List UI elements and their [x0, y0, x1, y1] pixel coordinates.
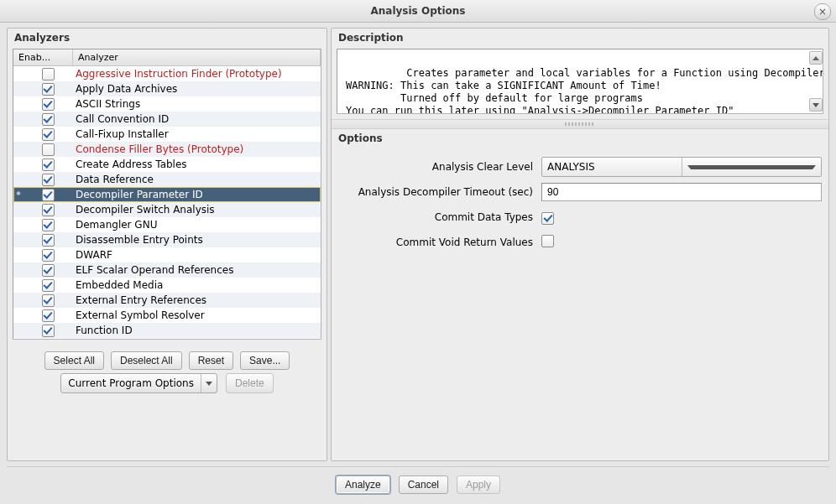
analyzer-enabled-cell: [24, 294, 72, 307]
description-scrollbar[interactable]: [809, 51, 821, 112]
table-row[interactable]: External Symbol Resolver: [13, 308, 321, 323]
analyzer-enabled-cell: [24, 174, 72, 186]
analyzer-name: Disassemble Entry Points: [72, 234, 321, 246]
analyzer-enabled-checkbox[interactable]: [42, 294, 55, 307]
timeout-input[interactable]: [541, 183, 822, 201]
column-enabled[interactable]: Enab...: [13, 49, 73, 65]
select-all-button[interactable]: Select All: [44, 351, 104, 370]
analyzer-enabled-cell: [24, 249, 72, 262]
analyzer-enabled-cell: [24, 234, 72, 247]
analyzer-enabled-checkbox[interactable]: [42, 83, 55, 96]
analyzer-name: Call Convention ID: [72, 113, 321, 125]
timeout-label: Analysis Decompiler Timeout (sec): [338, 186, 541, 198]
analyzer-enabled-checkbox[interactable]: [42, 234, 55, 247]
description-title: Description: [332, 29, 828, 49]
reset-button[interactable]: Reset: [189, 351, 233, 370]
right-panel: Description Creates parameter and local …: [331, 28, 829, 461]
analyzer-enabled-cell: [24, 219, 72, 231]
analyzer-enabled-checkbox[interactable]: [42, 249, 55, 262]
analyzer-enabled-cell: [24, 83, 72, 96]
clear-level-row: Analysis Clear Level ANALYSIS: [338, 154, 822, 179]
analyzer-enabled-cell: [24, 204, 72, 216]
titlebar: Analysis Options ×: [0, 0, 836, 23]
analyzers-table-body[interactable]: Aggressive Instruction Finder (Prototype…: [13, 66, 321, 339]
analyzer-enabled-checkbox[interactable]: [42, 325, 55, 337]
timeout-row: Analysis Decompiler Timeout (sec): [338, 179, 822, 205]
table-row[interactable]: Call Convention ID: [13, 112, 321, 127]
table-row[interactable]: Data Reference: [13, 172, 321, 187]
cancel-button[interactable]: Cancel: [399, 475, 448, 494]
table-row[interactable]: Function ID: [13, 323, 321, 338]
analyzer-enabled-checkbox[interactable]: [42, 309, 55, 322]
analyzer-enabled-checkbox[interactable]: [42, 158, 55, 171]
analyzer-options-row: Current Program Options Delete: [8, 373, 327, 393]
analyzer-name: ELF Scalar Operand References: [72, 264, 321, 276]
table-row[interactable]: Demangler GNU: [13, 217, 321, 232]
table-row[interactable]: Call-Fixup Installer: [13, 127, 321, 142]
scroll-down-icon[interactable]: [809, 98, 823, 112]
analyzer-enabled-cell: [24, 189, 72, 201]
description-box: Creates parameter and local variables fo…: [337, 49, 823, 114]
analyze-button[interactable]: Analyze: [336, 475, 390, 494]
row-marker: *: [13, 190, 24, 200]
commit-types-label: Commit Data Types: [338, 211, 541, 223]
table-row[interactable]: External Entry References: [13, 293, 321, 308]
commit-void-checkbox[interactable]: [541, 235, 554, 247]
analysis-options-window: Analysis Options × Analyzers Enab... Ana…: [0, 0, 836, 504]
chevron-down-icon: [201, 374, 217, 392]
analyzer-enabled-checkbox[interactable]: [42, 113, 55, 126]
analyzer-enabled-cell: [24, 143, 72, 156]
analyzers-panel: Analyzers Enab... Analyzer Aggressive In…: [7, 28, 327, 461]
analyzer-enabled-checkbox[interactable]: [42, 68, 55, 81]
table-row[interactable]: *Decompiler Parameter ID: [13, 187, 321, 202]
commit-void-row: Commit Void Return Values: [338, 230, 822, 255]
chevron-down-icon: [682, 158, 822, 176]
close-icon[interactable]: ×: [814, 3, 831, 20]
clear-level-value: ANALYSIS: [542, 161, 682, 173]
analyzer-enabled-cell: [24, 264, 72, 277]
scroll-up-icon[interactable]: [809, 51, 823, 65]
clear-level-select[interactable]: ANALYSIS: [541, 157, 822, 177]
analyzer-name: Data Reference: [72, 174, 321, 185]
analyzer-enabled-checkbox[interactable]: [42, 204, 55, 216]
apply-button: Apply: [457, 475, 500, 494]
analyzer-enabled-checkbox[interactable]: [42, 128, 55, 141]
analyzer-enabled-checkbox[interactable]: [42, 174, 55, 186]
table-row[interactable]: ELF Scalar Operand References: [13, 262, 321, 278]
analyzer-enabled-cell: [24, 325, 72, 337]
description-text: Creates parameter and local variables fo…: [346, 67, 823, 114]
analyzer-enabled-checkbox[interactable]: [42, 279, 55, 292]
table-row[interactable]: Aggressive Instruction Finder (Prototype…: [13, 66, 321, 81]
table-row[interactable]: ASCII Strings: [13, 96, 321, 112]
analyzer-name: ASCII Strings: [72, 98, 321, 110]
analyzers-title: Analyzers: [8, 29, 327, 49]
analyzer-name: External Symbol Resolver: [72, 309, 321, 321]
split-grip[interactable]: [332, 119, 828, 129]
analyzer-name: Decompiler Parameter ID: [72, 189, 321, 200]
analyzer-enabled-cell: [24, 98, 72, 111]
analyzer-name: Call-Fixup Installer: [72, 128, 321, 140]
commit-void-label: Commit Void Return Values: [338, 236, 541, 248]
table-row[interactable]: Apply Data Archives: [13, 81, 321, 96]
analyzer-enabled-checkbox[interactable]: [42, 189, 55, 201]
analyzer-name: Apply Data Archives: [72, 83, 321, 95]
program-options-combo[interactable]: Current Program Options: [60, 373, 217, 393]
table-row[interactable]: Condense Filler Bytes (Prototype): [13, 142, 321, 157]
deselect-all-button[interactable]: Deselect All: [111, 351, 182, 370]
table-row[interactable]: Disassemble Entry Points: [13, 232, 321, 247]
analyzer-button-row: Select All Deselect All Reset Save...: [8, 351, 327, 370]
table-row[interactable]: Embedded Media: [13, 278, 321, 293]
analyzer-enabled-checkbox[interactable]: [42, 219, 55, 231]
table-row[interactable]: Create Address Tables: [13, 157, 321, 172]
save-button[interactable]: Save...: [240, 351, 290, 370]
table-row[interactable]: Decompiler Switch Analysis: [13, 202, 321, 217]
options-form: Analysis Clear Level ANALYSIS Analysis D…: [332, 149, 828, 460]
table-row[interactable]: Function Start Search: [13, 338, 321, 339]
column-analyzer[interactable]: Analyzer: [73, 49, 321, 65]
analyzer-enabled-checkbox[interactable]: [42, 98, 55, 111]
commit-types-checkbox[interactable]: [541, 212, 554, 225]
analyzers-table-header: Enab... Analyzer: [13, 49, 321, 66]
analyzer-enabled-checkbox[interactable]: [42, 143, 55, 156]
table-row[interactable]: DWARF: [13, 247, 321, 262]
analyzer-enabled-checkbox[interactable]: [42, 264, 55, 277]
